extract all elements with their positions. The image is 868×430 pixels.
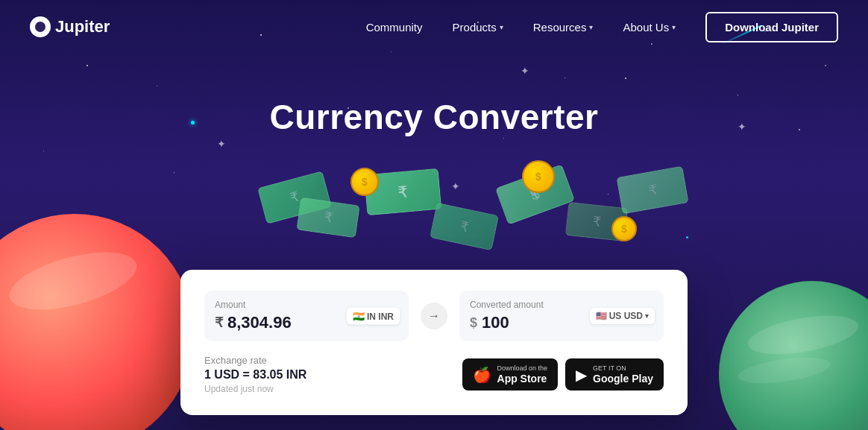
- app-store-text: Download on the App Store: [497, 364, 548, 385]
- download-button[interactable]: Download Jupiter: [705, 12, 838, 42]
- converted-currency-badge[interactable]: 🇺🇸 US USD ▾: [590, 308, 655, 324]
- store-badges: 🍎 Download on the App Store ▶ GET IT ON …: [462, 358, 664, 391]
- logo[interactable]: Jupiter: [30, 16, 110, 37]
- converter-bottom: Exchange rate 1 USD = 83.05 INR Updated …: [204, 355, 664, 394]
- navbar: Jupiter Community Products ▾ Resources ▾: [0, 0, 868, 54]
- converter-card: Amount ₹ 8,304.96 🇮🇳 IN INR → Converted …: [180, 270, 688, 415]
- hero-section: ✦ ✦ ✦ ✦ Jupiter Community Products ▾ Res…: [0, 0, 868, 430]
- amount-currency-badge[interactable]: 🇮🇳 IN INR: [347, 308, 400, 325]
- nav-item-community[interactable]: Community: [366, 21, 423, 34]
- nav-links: Community Products ▾ Resources ▾ About U…: [366, 21, 676, 34]
- amount-symbol: ₹: [215, 314, 223, 331]
- updated-text: Updated just now: [204, 384, 306, 394]
- google-play-label-top: GET IT ON: [593, 364, 653, 373]
- app-store-label-top: Download on the: [497, 364, 548, 373]
- sparkle-4: ✦: [521, 65, 529, 77]
- exchange-rate-label: Exchange rate: [204, 355, 306, 366]
- dropdown-chevron: ▾: [645, 312, 649, 320]
- exchange-rate-value: 1 USD = 83.05 INR: [204, 368, 306, 382]
- amount-currency-label: IN INR: [367, 311, 394, 321]
- nav-item-products[interactable]: Products ▾: [453, 21, 503, 34]
- about-chevron: ▾: [672, 23, 676, 31]
- apple-icon: 🍎: [473, 366, 491, 384]
- page-title: Currency Converter: [0, 97, 868, 137]
- in-flag: 🇮🇳: [353, 311, 365, 322]
- nav-link-about[interactable]: About Us ▾: [623, 21, 676, 34]
- converter-inputs: Amount ₹ 8,304.96 🇮🇳 IN INR → Converted …: [204, 291, 664, 341]
- logo-icon: [30, 16, 51, 37]
- converted-currency-label: US USD: [609, 311, 643, 321]
- google-play-button[interactable]: ▶ GET IT ON Google Play: [565, 358, 664, 391]
- converted-box: Converted amount $ 100 🇺🇸 US USD ▾: [459, 291, 664, 341]
- nav-item-resources[interactable]: Resources ▾: [533, 21, 594, 34]
- planet-left: [0, 214, 194, 430]
- amount-number: 8,304.96: [227, 313, 292, 332]
- products-chevron: ▾: [500, 23, 503, 31]
- sparkle-1: ✦: [217, 138, 226, 150]
- brand-name: Jupiter: [55, 17, 110, 37]
- nav-link-community[interactable]: Community: [366, 21, 423, 34]
- planet-right: [719, 281, 868, 430]
- converted-symbol: $: [470, 315, 477, 331]
- sparkle-2: ✦: [451, 180, 460, 192]
- google-play-label-main: Google Play: [593, 373, 653, 385]
- nav-item-about[interactable]: About Us ▾: [623, 21, 676, 34]
- exchange-info: Exchange rate 1 USD = 83.05 INR Updated …: [204, 355, 306, 394]
- amount-box: Amount ₹ 8,304.96 🇮🇳 IN INR: [204, 291, 409, 341]
- google-play-text: GET IT ON Google Play: [593, 364, 653, 385]
- converted-number: 100: [482, 313, 509, 332]
- nav-link-products[interactable]: Products ▾: [453, 21, 503, 34]
- google-play-icon: ▶: [576, 366, 587, 384]
- resources-chevron: ▾: [589, 23, 593, 31]
- swap-button[interactable]: →: [421, 303, 447, 329]
- us-flag: 🇺🇸: [596, 311, 607, 321]
- nav-link-resources[interactable]: Resources ▾: [533, 21, 594, 34]
- app-store-label-main: App Store: [497, 373, 548, 385]
- app-store-button[interactable]: 🍎 Download on the App Store: [462, 358, 559, 391]
